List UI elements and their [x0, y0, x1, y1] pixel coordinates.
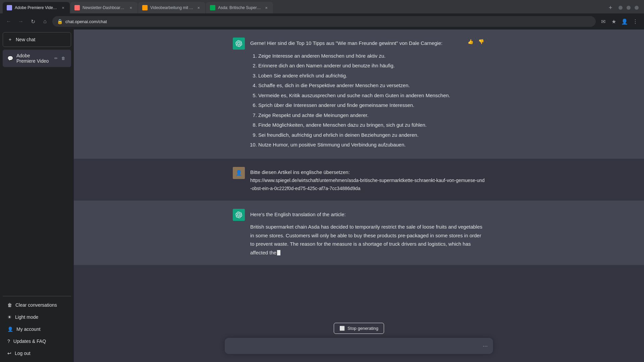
stop-generating-button[interactable]: ⬜ Stop generating [334, 323, 384, 334]
message-inner: Gerne! Hier sind die Top 10 Tipps aus "W… [225, 38, 493, 150]
tab-close-button[interactable]: ✕ [128, 5, 133, 10]
light-mode-label: Light mode [15, 314, 38, 320]
list-item: Loben Sie andere ehrlich und aufrichtig. [258, 71, 461, 80]
back-button[interactable]: ← [4, 17, 13, 26]
thumbs-up-button[interactable]: 👍 [466, 38, 474, 46]
message-content-1: Gerne! Hier sind die Top 10 Tipps aus "W… [250, 38, 461, 150]
bookmark-icon[interactable]: ★ [609, 17, 619, 26]
forward-button[interactable]: → [16, 17, 25, 26]
list-item: Erinnere dich an den Namen anderer und b… [258, 61, 461, 70]
assistant-avatar [233, 38, 245, 50]
stop-icon: ⬜ [339, 326, 345, 331]
browser-tab-tab3[interactable]: Videobearbeitung mit Adobe Pr... ✕ [138, 2, 205, 13]
tab-favicon [7, 5, 12, 10]
reload-button[interactable]: ↻ [28, 17, 38, 26]
light-mode-button[interactable]: ☀ Light mode [3, 311, 71, 323]
new-tab-button[interactable]: + [606, 3, 615, 12]
list-item: Zeige Respekt und achte die Meinungen an… [258, 111, 461, 120]
tab-close-button[interactable]: ✕ [264, 5, 269, 10]
new-chat-label: New chat [16, 37, 35, 42]
logout-icon: ↩ [7, 351, 11, 356]
new-chat-button[interactable]: ＋ New chat [3, 32, 71, 47]
plus-icon: ＋ [8, 37, 12, 43]
browser-tab-tab1[interactable]: Adobe Premiere Video Editing. ✕ [3, 2, 70, 13]
tab-close-button[interactable]: ✕ [196, 5, 201, 10]
list-item: Zeige Interesse an anderen Menschen und … [258, 52, 461, 60]
clear-conversations-label: Clear conversations [15, 302, 57, 308]
sidebar-bottom: 🗑 Clear conversations ☀ Light mode 👤 My … [3, 296, 71, 359]
tab-close-button[interactable]: ✕ [60, 5, 66, 10]
lock-icon: 🔒 [57, 19, 63, 24]
user-avatar: 👤 [233, 167, 245, 179]
stop-generating-label: Stop generating [347, 326, 378, 331]
url-text: chat.openai.com/chat [65, 19, 107, 24]
home-button[interactable]: ⌂ [40, 17, 50, 26]
assistant-avatar-2 [233, 209, 245, 221]
updates-faq-label: Updates & FAQ [13, 339, 46, 344]
tab-label: Adobe Premiere Video Editing. [15, 5, 58, 10]
address-bar-row: ← → ↻ ⌂ 🔒 chat.openai.com/chat ✉ ★ 👤 ⋮ [0, 13, 644, 29]
translate-prompt: Bitte diesen Artikel ins englische übers… [250, 169, 350, 175]
tab-favicon [142, 5, 148, 10]
updates-faq-button[interactable]: ? Updates & FAQ [3, 335, 71, 347]
message-actions-1: 👍 👎 [466, 38, 485, 46]
tab-label: Newsletter-Dashboard von 4ec... [83, 5, 125, 10]
log-out-label: Log out [15, 351, 31, 356]
message-row: 👤 Bitte diesen Artikel ins englische übe… [74, 159, 644, 201]
log-out-button[interactable]: ↩ Log out [3, 347, 71, 359]
more-icon[interactable]: ⋮ [631, 17, 640, 26]
user-icon: 👤 [7, 326, 13, 332]
input-more-button[interactable]: ··· [483, 343, 488, 350]
sidebar-conv-label: Adobe Premiere Video [16, 53, 50, 64]
question-icon: ? [7, 339, 10, 344]
sidebar-item-conv1[interactable]: 💬 Adobe Premiere Video ✏ 🗑 [3, 50, 71, 67]
tab-label: Asda: Britische Supermarktkette... [218, 5, 261, 10]
translation-intro: Here's the English translation of the ar… [250, 210, 485, 219]
message-row: Here's the English translation of the ar… [74, 201, 644, 265]
toolbar-icons: ✉ ★ 👤 ⋮ [598, 17, 640, 26]
browser-tab-tab2[interactable]: Newsletter-Dashboard von 4ec... ✕ [70, 2, 138, 13]
edit-conversation-button[interactable]: ✏ [53, 55, 59, 61]
message-inner: 👤 Bitte diesen Artikel ins englische übe… [225, 167, 493, 192]
input-area: ⬜ Stop generating ··· [74, 317, 644, 362]
list-item: Nutze Humor, um positive Stimmung und Ve… [258, 140, 461, 149]
close-button[interactable] [635, 6, 639, 10]
sun-icon: ☀ [7, 314, 12, 320]
clear-conversations-button[interactable]: 🗑 Clear conversations [3, 299, 71, 311]
chat-messages[interactable]: Gerne! Hier sind die Top 10 Tipps aus "W… [74, 29, 644, 317]
streaming-cursor [277, 250, 280, 255]
delete-conversation-button[interactable]: 🗑 [60, 55, 66, 61]
account-icon[interactable]: 👤 [620, 17, 629, 26]
app-layout: ＋ New chat 💬 Adobe Premiere Video ✏ 🗑 🗑 … [0, 29, 644, 362]
sidebar-conversations: 💬 Adobe Premiere Video ✏ 🗑 [3, 50, 71, 293]
user-message-text: Bitte diesen Artikel ins englische übers… [250, 168, 485, 192]
trash-icon: 🗑 [7, 302, 12, 308]
article-url: https://www.spiegel.de/wirtschaft/untern… [250, 178, 485, 191]
address-bar[interactable]: 🔒 chat.openai.com/chat [52, 16, 596, 27]
maximize-button[interactable] [627, 6, 631, 10]
tab-label: Videobearbeitung mit Adobe Pr... [150, 5, 193, 10]
message-intro-1: Gerne! Hier sind die Top 10 Tipps aus "W… [250, 39, 461, 48]
list-item: Schaffe es, dich in die Perspektive ande… [258, 81, 461, 90]
my-account-button[interactable]: 👤 My account [3, 323, 71, 335]
message-content-2: Bitte diesen Artikel ins englische übers… [250, 167, 485, 192]
chat-input[interactable] [230, 342, 480, 350]
extensions-icon[interactable]: ✉ [598, 17, 608, 26]
browser-tab-tab4[interactable]: Asda: Britische Supermarktkette... ✕ [206, 2, 273, 13]
chat-area: Gerne! Hier sind die Top 10 Tipps aus "W… [74, 29, 644, 362]
tab-bar: Adobe Premiere Video Editing. ✕ Newslett… [0, 0, 644, 13]
sidebar: ＋ New chat 💬 Adobe Premiere Video ✏ 🗑 🗑 … [0, 29, 74, 362]
message-content-3: Here's the English translation of the ar… [250, 209, 485, 257]
thumbs-down-button[interactable]: 👎 [477, 38, 485, 46]
message-inner: Here's the English translation of the ar… [225, 209, 493, 257]
sidebar-item-actions: ✏ 🗑 [53, 55, 66, 61]
my-account-label: My account [16, 326, 41, 332]
tips-list: Zeige Interesse an anderen Menschen und … [250, 52, 461, 149]
message-row: Gerne! Hier sind die Top 10 Tipps aus "W… [74, 29, 644, 159]
translation-body: British supermarket chain Asda has decid… [250, 223, 485, 257]
list-item: Vermeide es, Kritik auszusprechen und su… [258, 91, 461, 100]
minimize-button[interactable] [619, 6, 623, 10]
list-item: Sei freundlich, aufrichtig und ehrlich i… [258, 131, 461, 139]
tab-favicon [74, 5, 80, 10]
input-box-container: ··· [225, 338, 493, 354]
